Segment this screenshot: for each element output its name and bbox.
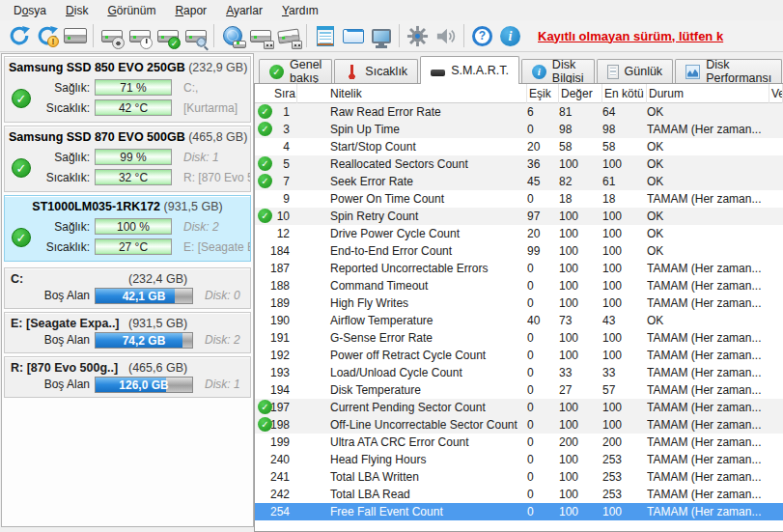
disk-panel[interactable]: ST1000LM035-1RK172 (931,5 GB) Sağlık: 10… bbox=[4, 195, 251, 262]
current-value: 73 bbox=[559, 312, 602, 329]
table-row[interactable]: 190 Airflow Temperature 40 73 43 OK bbox=[255, 312, 783, 329]
worst-value: 100 bbox=[602, 242, 647, 260]
tab[interactable]: Günlük bbox=[597, 59, 674, 83]
worst-value: 100 bbox=[602, 208, 647, 225]
worst-value: 43 bbox=[602, 312, 647, 329]
worst-value: 100 bbox=[602, 294, 647, 312]
current-value: 100 bbox=[559, 329, 602, 347]
report-notes-button[interactable] bbox=[311, 23, 339, 49]
row-id-cell: 5 bbox=[255, 155, 297, 173]
worst-value: 100 bbox=[602, 277, 647, 294]
tab[interactable]: Disk Performansı bbox=[675, 59, 782, 83]
disk-status: Sağlık: 71 % C:, Sıcaklık: 42 °C [Kurtar… bbox=[5, 75, 250, 122]
table-row[interactable]: 9 Power On Time Count 0 18 18 TAMAM (Her… bbox=[255, 190, 783, 208]
refresh-button[interactable] bbox=[5, 23, 33, 49]
tab[interactable]: Sıcaklık bbox=[334, 59, 418, 83]
info-button[interactable] bbox=[496, 23, 524, 49]
table-row[interactable]: 198 Off-Line Uncorrectable Sector Count … bbox=[255, 416, 783, 434]
connector-plug-icon bbox=[264, 41, 274, 49]
table-row[interactable]: 187 Reported Uncorrectable Errors 0 100 … bbox=[255, 260, 783, 277]
table-row[interactable]: 12 Drive Power Cycle Count 20 100 100 OK bbox=[255, 225, 783, 242]
drive-surface-search-button[interactable] bbox=[182, 23, 210, 49]
tab[interactable]: S.M.A.R.T. bbox=[420, 56, 519, 84]
table-row[interactable]: 10 Spin Retry Count 97 100 100 OK bbox=[255, 208, 783, 225]
drive-health-ok-button[interactable] bbox=[154, 23, 182, 49]
attribute-name: Total LBA Written bbox=[297, 468, 527, 486]
menu-item[interactable]: Rapor bbox=[165, 1, 216, 20]
tab[interactable]: Disk Bilgisi bbox=[521, 59, 595, 83]
table-row[interactable]: 197 Current Pending Sector Count 0 100 1… bbox=[255, 399, 783, 416]
partition-panel[interactable]: C:(232,4 GB) Boş Alan 42,1 GB Disk: 0 bbox=[4, 267, 251, 309]
health-right-label: C:, bbox=[183, 81, 250, 95]
row-id-cell: 9 bbox=[255, 190, 297, 208]
current-value: 82 bbox=[559, 173, 602, 190]
table-row[interactable]: 189 High Fly Writes 0 100 100 TAMAM (Her… bbox=[255, 294, 783, 312]
drive-usb-connector-button[interactable] bbox=[274, 23, 302, 49]
ok-check-icon bbox=[258, 104, 272, 119]
clock-icon bbox=[140, 37, 153, 49]
disk-title: Samsung SSD 870 EVO 500GB (465,8 GB) bbox=[5, 126, 250, 145]
remote-monitor-button[interactable] bbox=[367, 23, 395, 49]
table-row[interactable]: 241 Total LBA Written 0 100 253 TAMAM (H… bbox=[255, 468, 783, 486]
menu-item[interactable]: Dosya bbox=[4, 1, 56, 20]
worst-value: 100 bbox=[602, 225, 647, 242]
table-row[interactable]: 5 Reallocated Sectors Count 36 100 100 O… bbox=[255, 155, 783, 173]
table-row[interactable]: 3 Spin Up Time 0 98 98 TAMAM (Her zaman.… bbox=[255, 121, 783, 138]
drive-connector-button[interactable] bbox=[246, 23, 274, 49]
health-row: Sağlık: 100 % Disk: 2 bbox=[38, 216, 250, 237]
overview-check-icon bbox=[269, 65, 284, 79]
ok-check-icon bbox=[258, 122, 272, 136]
help-button[interactable] bbox=[468, 23, 496, 49]
tab[interactable]: Genel bakış bbox=[259, 59, 332, 83]
menu-item[interactable]: Disk bbox=[56, 1, 98, 20]
attribute-name: G-Sense Error Rate bbox=[297, 329, 527, 347]
partition-status: Boş Alan 126,0 GB Disk: 1 bbox=[5, 376, 250, 397]
current-value: 100 bbox=[559, 451, 602, 468]
drive-clock-schedule-button[interactable] bbox=[126, 23, 154, 49]
current-value: 98 bbox=[559, 121, 602, 138]
table-row[interactable]: 184 End-to-End Error Count 99 100 100 OK bbox=[255, 242, 783, 260]
table-row[interactable]: 254 Free Fall Event Count 0 100 100 TAMA… bbox=[255, 503, 783, 520]
partition-panel[interactable]: E: [Seagate Expa..](931,5 GB) Boş Alan 7… bbox=[4, 312, 251, 353]
sound-alerts-button[interactable] bbox=[432, 23, 460, 49]
table-row[interactable]: 242 Total LBA Read 0 100 253 TAMAM (Her … bbox=[255, 486, 783, 503]
table-row[interactable]: 1 Raw Read Error Rate 6 81 64 OK bbox=[255, 103, 783, 121]
current-value: 27 bbox=[559, 381, 602, 399]
attribute-name: Free Fall Event Count bbox=[297, 503, 527, 520]
table-row[interactable]: 240 Head Flying Hours 0 100 253 TAMAM (H… bbox=[255, 451, 783, 468]
threshold-value: 0 bbox=[527, 468, 559, 486]
refresh-warning-button[interactable] bbox=[33, 23, 61, 49]
partition-panel[interactable]: R: [870 Evo 500g..](465,6 GB) Boş Alan 1… bbox=[4, 356, 251, 398]
current-value: 100 bbox=[559, 503, 602, 520]
menu-item[interactable]: Görünüm bbox=[98, 1, 165, 20]
disk-panel[interactable]: Samsung SSD 850 EVO 250GB (232,9 GB) D S… bbox=[4, 56, 251, 123]
table-row[interactable]: 199 Ultra ATA CRC Error Count 0 200 200 … bbox=[255, 434, 783, 451]
table-row[interactable]: 191 G-Sense Error Rate 0 100 100 TAMAM (… bbox=[255, 329, 783, 347]
drive-gauge-test-button[interactable] bbox=[98, 23, 126, 49]
table-row[interactable]: 7 Seek Error Rate 45 82 61 OK bbox=[255, 173, 783, 190]
worst-value: 200 bbox=[602, 434, 647, 451]
settings-gear-button[interactable] bbox=[404, 23, 432, 49]
table-row[interactable]: 192 Power off Retract Cycle Count 0 100 … bbox=[255, 347, 783, 364]
threshold-value: 0 bbox=[527, 329, 559, 347]
status-value: OK bbox=[647, 225, 769, 242]
menu-item[interactable]: Ayarlar bbox=[216, 1, 272, 20]
menu-item[interactable]: Yardım bbox=[272, 1, 328, 20]
table-row[interactable]: 193 Load/Unload Cycle Count 0 33 33 TAMA… bbox=[255, 364, 783, 381]
gear-icon bbox=[406, 25, 429, 47]
register-version-link[interactable]: Kayıtlı olmayan sürüm, lütfen k bbox=[538, 29, 723, 43]
network-drive-button[interactable] bbox=[218, 23, 246, 49]
table-row[interactable]: 188 Command Timeout 0 100 100 TAMAM (Her… bbox=[255, 277, 783, 294]
table-row[interactable]: 4 Start/Stop Count 20 58 58 OK bbox=[255, 138, 783, 155]
worst-value: 253 bbox=[602, 468, 647, 486]
table-row[interactable]: 194 Disk Temperature 0 27 57 TAMAM (Her … bbox=[255, 381, 783, 399]
temperature-label: Sıcaklık: bbox=[38, 171, 90, 184]
space-usage-bar: 42,1 GB bbox=[95, 288, 193, 304]
health-ok-icon bbox=[12, 158, 31, 178]
row-id-cell: 188 bbox=[255, 277, 297, 294]
disk-panel[interactable]: Samsung SSD 870 EVO 500GB (465,8 GB) Sağ… bbox=[4, 126, 251, 192]
attribute-id: 189 bbox=[270, 296, 290, 310]
temperature-row: Sıcaklık: 27 °C E: [Seagate Ex bbox=[38, 237, 250, 257]
disk-drive-button[interactable] bbox=[61, 23, 89, 49]
send-mail-button[interactable] bbox=[339, 23, 367, 49]
